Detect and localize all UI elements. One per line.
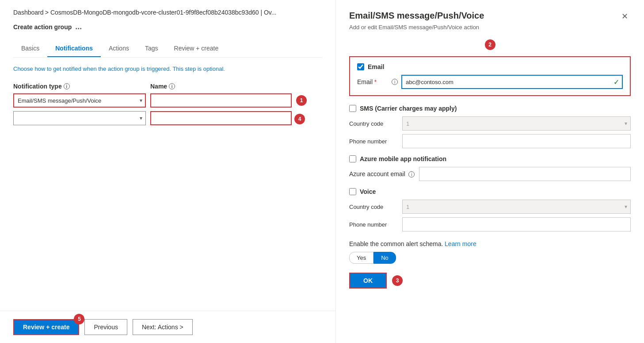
tab-tags[interactable]: Tags	[137, 40, 166, 57]
review-create-button[interactable]: Review + create	[13, 319, 79, 335]
table-row: Email/SMS message/Push/Voice ▾ 4	[13, 111, 322, 125]
azure-email-input[interactable]	[419, 167, 631, 181]
tab-actions[interactable]: Actions	[101, 40, 137, 57]
voice-checkbox[interactable]	[349, 188, 356, 195]
notification-type-select-wrapper-2: Email/SMS message/Push/Voice ▾	[13, 111, 146, 125]
azure-section: Azure mobile app notification Azure acco…	[349, 155, 631, 181]
col-name-text: Name	[150, 83, 167, 90]
alert-schema: Enable the common alert schema. Learn mo…	[349, 240, 631, 264]
email-checkbox[interactable]	[357, 63, 364, 70]
sms-country-row: Country code 1 ▾	[349, 116, 631, 131]
email-section: Email Email * i ✓	[349, 56, 631, 96]
sms-checkbox[interactable]	[349, 105, 356, 112]
breadcrumb-resource[interactable]: CosmosDB-MongoDB-mongodb-vcore-cluster01…	[50, 9, 277, 16]
sms-section: SMS (Carrier charges may apply) Country …	[349, 105, 631, 148]
name-input-1[interactable]	[150, 93, 292, 108]
close-button[interactable]: ✕	[619, 11, 631, 22]
sms-phone-input[interactable]	[402, 134, 631, 148]
page-title: Create action group ...	[13, 22, 322, 31]
page-title-menu[interactable]: ...	[75, 22, 82, 31]
sms-label: SMS (Carrier charges may apply)	[360, 105, 457, 112]
review-create-wrap: Review + create 5	[13, 319, 79, 335]
col-type-text: Notification type	[13, 83, 62, 90]
tabs: Basics Notifications Actions Tags Review…	[13, 40, 322, 58]
breadcrumb-dashboard[interactable]: Dashboard	[13, 9, 44, 16]
sms-country-select-wrapper: 1 ▾	[402, 116, 631, 131]
breadcrumb[interactable]: Dashboard > CosmosDB-MongoDB-mongodb-vco…	[13, 9, 322, 16]
name-input-wrapper-2: 4	[150, 111, 292, 125]
notification-type-select-wrapper-1: Email/SMS message/Push/Voice Email Azure…	[13, 93, 146, 108]
email-field-row: Email * i ✓	[357, 75, 623, 89]
ok-area: OK 3	[349, 273, 631, 289]
step-description: Choose how to get notified when the acti…	[13, 66, 322, 72]
notification-type-select-2[interactable]: Email/SMS message/Push/Voice	[13, 111, 146, 125]
col-name-label: Name i	[150, 83, 292, 90]
alert-schema-text: Enable the common alert schema. Learn mo…	[349, 240, 631, 247]
col-type-label: Notification type i	[13, 83, 146, 90]
tab-review-create[interactable]: Review + create	[166, 40, 227, 57]
voice-phone-row: Phone number	[349, 217, 631, 231]
notification-type-select-1[interactable]: Email/SMS message/Push/Voice Email Azure…	[13, 93, 146, 108]
sms-country-select[interactable]: 1	[402, 116, 631, 131]
sms-country-label: Country code	[349, 120, 398, 127]
voice-title-row: Voice	[349, 188, 631, 195]
email-input-wrapper: ✓	[401, 75, 623, 89]
sms-phone-row: Phone number	[349, 134, 631, 148]
right-panel-title: Email/SMS message/Push/Voice	[349, 11, 484, 21]
voice-country-row: Country code 1 ▾	[349, 200, 631, 214]
page-title-text: Create action group	[13, 23, 72, 31]
bottom-bar: Review + create 5 Previous Next: Actions…	[0, 311, 335, 343]
next-actions-button[interactable]: Next: Actions >	[133, 319, 193, 335]
voice-section: Voice Country code 1 ▾ Phone number	[349, 188, 631, 231]
step2-area: 2	[349, 39, 631, 50]
right-panel: Email/SMS message/Push/Voice ✕ Add or ed…	[336, 0, 644, 343]
voice-country-select-wrapper: 1 ▾	[402, 200, 631, 214]
voice-label: Voice	[360, 188, 376, 195]
ok-button[interactable]: OK	[349, 273, 387, 289]
toggle-yes-button[interactable]: Yes	[349, 252, 373, 264]
step-badge-5: 5	[74, 314, 84, 324]
azure-checkbox[interactable]	[349, 155, 356, 162]
step-badge-2: 2	[485, 39, 495, 50]
previous-button[interactable]: Previous	[84, 319, 127, 335]
table-header: Notification type i Name i	[13, 83, 322, 90]
step-badge-1: 1	[296, 95, 307, 106]
right-panel-subtitle: Add or edit Email/SMS message/Push/Voice…	[349, 24, 631, 31]
table-rows: Email/SMS message/Push/Voice Email Azure…	[13, 93, 322, 125]
email-info-icon[interactable]: i	[392, 79, 398, 85]
email-label: Email	[368, 63, 384, 70]
azure-email-row: Azure account email i	[349, 167, 631, 181]
voice-country-label: Country code	[349, 204, 398, 210]
breadcrumb-separator: >	[45, 9, 50, 16]
azure-email-label-text: Azure account email	[349, 170, 405, 177]
voice-phone-input[interactable]	[402, 217, 631, 231]
learn-more-link[interactable]: Learn more	[445, 240, 476, 247]
alert-schema-label: Enable the common alert schema.	[349, 240, 443, 247]
tab-basics[interactable]: Basics	[13, 40, 47, 57]
email-input[interactable]	[401, 75, 623, 89]
col-name-info-icon[interactable]: i	[169, 83, 175, 89]
step-badge-4: 4	[294, 114, 305, 124]
tab-notifications[interactable]: Notifications	[47, 40, 101, 57]
name-input-wrapper-1	[150, 93, 292, 108]
toggle-group: Yes No	[349, 252, 631, 264]
required-star: *	[374, 78, 377, 85]
voice-phone-label: Phone number	[349, 221, 398, 228]
table-row: Email/SMS message/Push/Voice Email Azure…	[13, 93, 322, 108]
voice-country-select[interactable]: 1	[402, 200, 631, 214]
azure-info-icon[interactable]: i	[408, 171, 415, 177]
col-type-info-icon[interactable]: i	[64, 83, 70, 89]
right-panel-header: Email/SMS message/Push/Voice ✕	[349, 11, 631, 22]
step-badge-3: 3	[392, 275, 403, 286]
sms-title-row: SMS (Carrier charges may apply)	[349, 105, 631, 112]
toggle-no-button[interactable]: No	[373, 252, 396, 264]
azure-title-row: Azure mobile app notification	[349, 155, 631, 162]
check-icon: ✓	[614, 78, 619, 86]
name-input-2[interactable]	[150, 111, 292, 125]
left-panel: Dashboard > CosmosDB-MongoDB-mongodb-vco…	[0, 0, 336, 343]
email-field-label: Email *	[357, 78, 388, 85]
sms-phone-label: Phone number	[349, 138, 398, 145]
azure-email-label: Azure account email i	[349, 170, 415, 178]
email-field-label-text: Email	[357, 78, 373, 85]
azure-label: Azure mobile app notification	[360, 155, 446, 162]
